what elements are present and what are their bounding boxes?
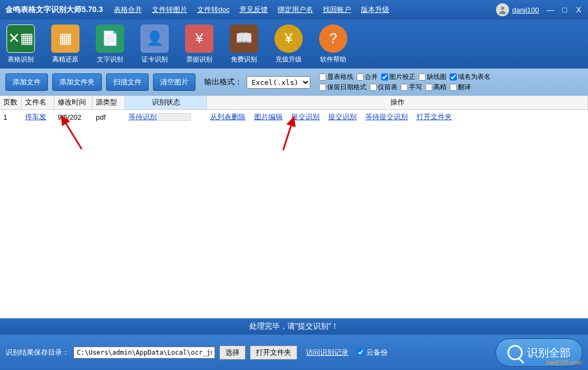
op-remove[interactable]: 从列表删除 xyxy=(210,112,246,122)
maximize-button[interactable]: □ xyxy=(559,4,571,16)
footer-bar: 识别结果保存目录： 选择 打开文件夹 访问识别记录 云备份 识别全部 danji… xyxy=(0,335,588,370)
grid-header: 页数 文件名 修改时间 源类型 识别状态 操作 xyxy=(0,96,588,110)
close-button[interactable]: X xyxy=(573,4,585,16)
top-links: 表格合并 文件转图片 文件转doc 意见反馈 绑定用户名 找回账户 版本升级 xyxy=(114,5,496,15)
link-upgrade[interactable]: 版本升级 xyxy=(361,5,389,15)
check-显表格线[interactable]: 显表格线 xyxy=(319,72,353,82)
output-format-select[interactable]: Excel(.xls) xyxy=(247,76,310,89)
tab-text-ocr[interactable]: 📄文字识别 xyxy=(96,23,124,65)
open-dir-button[interactable]: 打开文件夹 xyxy=(250,346,297,360)
link-to-image[interactable]: 文件转图片 xyxy=(152,5,187,15)
link-recover[interactable]: 找回账户 xyxy=(323,5,351,15)
link-merge[interactable]: 表格合并 xyxy=(114,5,142,15)
status-message: 处理完毕，请"提交识别"！ xyxy=(249,322,339,331)
col-filename[interactable]: 文件名 xyxy=(22,96,54,109)
col-status[interactable]: 识别状态 xyxy=(125,96,207,109)
window-controls: — □ X xyxy=(544,4,585,16)
help-icon: ? xyxy=(319,24,347,53)
coin-icon: ¥ xyxy=(274,24,303,53)
col-modtime[interactable]: 修改时间 xyxy=(54,96,93,109)
check-图片校正[interactable]: 图片校正 xyxy=(381,72,415,82)
add-folder-button[interactable]: 添加文件夹 xyxy=(52,73,102,91)
check-保留日期格式[interactable]: 保留日期格式 xyxy=(319,83,366,92)
progress-bar xyxy=(158,113,191,121)
id-card-icon: 👤 xyxy=(140,24,169,53)
cell-time: 9/5/202 xyxy=(54,112,93,123)
check-仅留表[interactable]: 仅留表 xyxy=(370,83,397,92)
document-icon: 📄 xyxy=(96,24,124,53)
book-icon: 📖 xyxy=(230,24,258,53)
check-缺线图[interactable]: 缺线图 xyxy=(419,72,446,82)
cell-source: pdf xyxy=(93,112,125,123)
col-pages[interactable]: 页数 xyxy=(0,96,22,109)
link-to-doc[interactable]: 文件转doc xyxy=(197,5,230,15)
op-submit-2[interactable]: 提交识别 xyxy=(328,112,357,122)
table-row[interactable]: 1 停车发 9/5/202 pdf 等待识别 从列表删除 图片编辑 提交识别 提… xyxy=(0,110,588,124)
col-operation[interactable]: 操作 xyxy=(207,96,588,109)
receipt-icon: ¥ xyxy=(185,24,213,53)
status-bar: 处理完毕，请"提交识别"！ xyxy=(0,318,588,335)
svg-point-0 xyxy=(501,7,504,10)
file-grid: 页数 文件名 修改时间 源类型 识别状态 操作 1 停车发 9/5/202 pd… xyxy=(0,96,588,318)
main-toolbar: ✕▦表格识别 ▦高精还原 📄文字识别 👤证卡识别 ¥票据识别 📖免费识别 ¥充值… xyxy=(0,20,588,69)
cell-operations: 从列表删除 图片编辑 提交识别 提交识别 等待提交识别 打开文件夹 xyxy=(207,110,588,124)
tab-recharge[interactable]: ¥充值升级 xyxy=(274,23,303,65)
tab-help[interactable]: ?软件帮助 xyxy=(319,23,347,65)
cell-pages: 1 xyxy=(0,112,22,123)
cloud-backup-check[interactable]: 云备份 xyxy=(357,348,388,357)
tab-id-card[interactable]: 👤证卡识别 xyxy=(140,23,169,65)
magnifier-icon xyxy=(507,345,523,360)
recognize-all-button[interactable]: 识别全部 xyxy=(495,338,583,367)
title-bar: 金鸣表格文字识别大师5.70.3 表格合并 文件转图片 文件转doc 意见反馈 … xyxy=(0,0,588,20)
history-link[interactable]: 访问识别记录 xyxy=(306,348,348,357)
add-file-button[interactable]: 添加文件 xyxy=(5,73,48,91)
scan-button[interactable]: 扫描文件 xyxy=(106,73,149,91)
op-open-folder[interactable]: 打开文件夹 xyxy=(416,112,452,122)
username[interactable]: danji100 xyxy=(512,6,539,14)
save-dir-input[interactable] xyxy=(74,347,215,359)
minimize-button[interactable]: — xyxy=(544,4,556,16)
action-bar: 添加文件 添加文件夹 扫描文件 清空图片 输出格式： Excel(.xls) 显… xyxy=(0,69,588,96)
link-feedback[interactable]: 意见反馈 xyxy=(240,5,268,15)
save-dir-label: 识别结果保存目录： xyxy=(5,348,69,357)
app-title: 金鸣表格文字识别大师5.70.3 xyxy=(5,5,103,15)
excel-icon: ✕▦ xyxy=(7,24,35,53)
cell-status: 等待识别 xyxy=(125,110,207,124)
check-手写[interactable]: 手写 xyxy=(401,83,422,92)
tab-high-precision[interactable]: ▦高精还原 xyxy=(51,23,79,65)
tab-free[interactable]: 📖免费识别 xyxy=(230,23,258,65)
avatar-icon[interactable] xyxy=(496,3,509,16)
select-dir-button[interactable]: 选择 xyxy=(219,346,246,360)
check-翻译[interactable]: 翻译 xyxy=(450,83,471,92)
tab-receipt[interactable]: ¥票据识别 xyxy=(185,23,213,65)
op-edit-image[interactable]: 图片编辑 xyxy=(254,112,283,122)
check-合并[interactable]: 合并 xyxy=(357,72,378,82)
check-域名为表名[interactable]: 域名为表名 xyxy=(450,72,491,82)
grid-icon: ▦ xyxy=(51,24,79,53)
output-format-label: 输出格式： xyxy=(204,77,242,87)
col-source[interactable]: 源类型 xyxy=(93,96,125,109)
user-area: danji100 xyxy=(496,3,539,16)
clear-button[interactable]: 清空图片 xyxy=(153,73,195,91)
op-wait-submit[interactable]: 等待提交识别 xyxy=(365,112,408,122)
op-submit-1[interactable]: 提交识别 xyxy=(291,112,320,122)
link-bind-user[interactable]: 绑定用户名 xyxy=(278,5,313,15)
tab-table-ocr[interactable]: ✕▦表格识别 xyxy=(7,23,35,65)
options-checkboxes: 显表格线合并图片校正缺线图域名为表名 保留日期格式仅留表手写高精翻译 xyxy=(319,72,491,92)
cell-filename[interactable]: 停车发 xyxy=(22,110,54,124)
check-高精[interactable]: 高精 xyxy=(425,83,446,92)
